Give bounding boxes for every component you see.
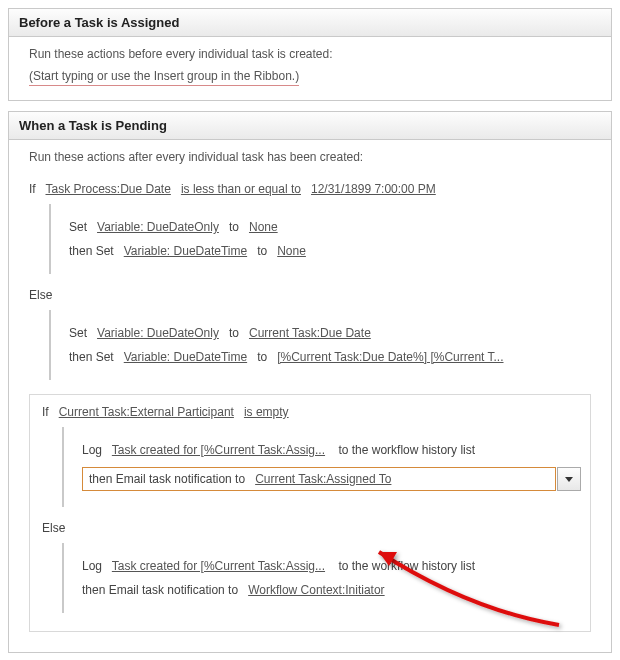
stage-description: Run these actions after every individual… xyxy=(29,150,591,164)
stage-title: Before a Task is Assigned xyxy=(19,15,179,30)
action-prefix: Set xyxy=(69,326,87,340)
stage-description: Run these actions before every individua… xyxy=(29,47,591,61)
action-mid: to xyxy=(257,350,267,364)
action-dropdown-button[interactable] xyxy=(557,467,581,491)
action-placeholder[interactable]: (Start typing or use the Insert group in… xyxy=(29,67,299,86)
condition-operator[interactable]: is less than or equal to xyxy=(181,182,301,196)
then-block: Set Variable: DueDateOnly to None then S… xyxy=(49,204,597,274)
then-block: Log Task created for [%Current Task:Assi… xyxy=(62,427,584,507)
condition-value[interactable]: 12/31/1899 7:00:00 PM xyxy=(311,182,436,196)
action-prefix: then Set xyxy=(69,244,114,258)
action-prefix: Set xyxy=(69,220,87,234)
if-keyword: If xyxy=(29,182,36,196)
else-block: Log Task created for [%Current Task:Assi… xyxy=(62,543,584,613)
email-target[interactable]: Workflow Context:Initiator xyxy=(248,583,385,597)
condition-field[interactable]: Task Process:Due Date xyxy=(45,182,170,196)
log-message[interactable]: Task created for [%Current Task:Assig... xyxy=(112,443,325,457)
variable-name[interactable]: Variable: DueDateTime xyxy=(124,244,247,258)
email-action-box[interactable]: then Email task notification to Current … xyxy=(82,467,556,491)
action-mid: to xyxy=(229,326,239,340)
condition-operator[interactable]: is empty xyxy=(244,405,289,419)
action-prefix: Log xyxy=(82,559,102,573)
log-suffix: to the workflow history list xyxy=(338,559,475,573)
variable-name[interactable]: Variable: DueDateOnly xyxy=(97,220,219,234)
variable-name[interactable]: Variable: DueDateTime xyxy=(124,350,247,364)
condition-line[interactable]: If Current Task:External Participant is … xyxy=(42,405,584,419)
variable-value[interactable]: Current Task:Due Date xyxy=(249,326,371,340)
stage-body: Run these actions after every individual… xyxy=(9,140,611,652)
action-set-variable[interactable]: then Set Variable: DueDateTime to [%Curr… xyxy=(69,350,597,364)
if-keyword: If xyxy=(42,405,49,419)
variable-value[interactable]: None xyxy=(277,244,306,258)
stage-header: When a Task is Pending xyxy=(9,112,611,140)
stage-header: Before a Task is Assigned xyxy=(9,9,611,37)
condition-line[interactable]: If Task Process:Due Date is less than or… xyxy=(29,182,597,196)
action-email-selected[interactable]: then Email task notification to Current … xyxy=(82,467,584,491)
condition-field[interactable]: Current Task:External Participant xyxy=(59,405,234,419)
else-keyword: Else xyxy=(29,288,597,302)
action-mid: to xyxy=(229,220,239,234)
else-block: Set Variable: DueDateOnly to Current Tas… xyxy=(49,310,597,380)
variable-value[interactable]: None xyxy=(249,220,278,234)
action-prefix: Log xyxy=(82,443,102,457)
stage-title: When a Task is Pending xyxy=(19,118,167,133)
action-log[interactable]: Log Task created for [%Current Task:Assi… xyxy=(82,559,584,573)
email-target[interactable]: Current Task:Assigned To xyxy=(255,472,391,486)
else-keyword: Else xyxy=(42,521,584,535)
action-prefix: then Set xyxy=(69,350,114,364)
stage-when-task-pending: When a Task is Pending Run these actions… xyxy=(8,111,612,653)
action-log[interactable]: Log Task created for [%Current Task:Assi… xyxy=(82,443,584,457)
action-set-variable[interactable]: Set Variable: DueDateOnly to Current Tas… xyxy=(69,326,597,340)
chevron-down-icon xyxy=(565,477,573,482)
action-prefix: then Email task notification to xyxy=(82,583,238,597)
log-message[interactable]: Task created for [%Current Task:Assig... xyxy=(112,559,325,573)
action-prefix: then Email task notification to xyxy=(89,472,245,486)
variable-name[interactable]: Variable: DueDateOnly xyxy=(97,326,219,340)
log-suffix: to the workflow history list xyxy=(338,443,475,457)
condition-group: If Current Task:External Participant is … xyxy=(29,394,591,632)
action-set-variable[interactable]: Set Variable: DueDateOnly to None xyxy=(69,220,597,234)
stage-body: Run these actions before every individua… xyxy=(9,37,611,100)
variable-value[interactable]: [%Current Task:Due Date%] [%Current T... xyxy=(277,350,503,364)
action-mid: to xyxy=(257,244,267,258)
stage-before-task-assigned: Before a Task is Assigned Run these acti… xyxy=(8,8,612,101)
action-email[interactable]: then Email task notification to Workflow… xyxy=(82,583,584,597)
action-set-variable[interactable]: then Set Variable: DueDateTime to None xyxy=(69,244,597,258)
